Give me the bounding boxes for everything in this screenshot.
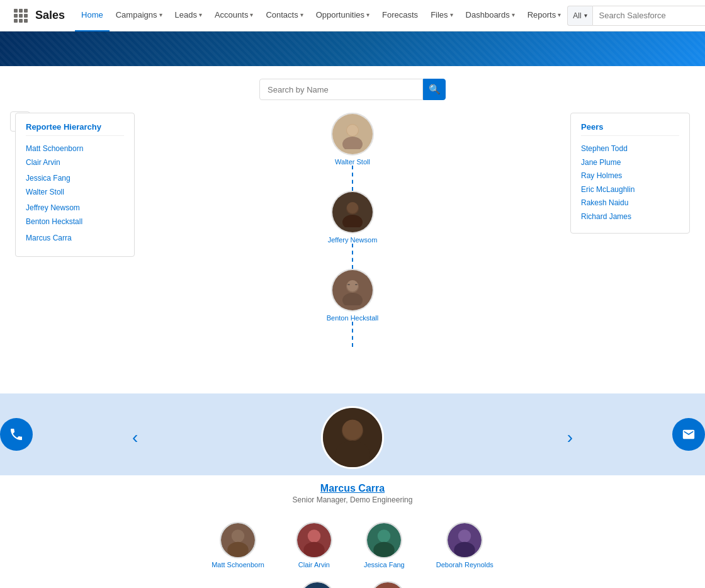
- jeffery-newsom-label: Jeffery Newsom: [328, 236, 378, 244]
- report-darius-shine[interactable]: Darius Shine: [298, 581, 337, 588]
- search-bar-row: 🔍: [0, 79, 705, 100]
- nav-search: All ▾: [567, 6, 705, 26]
- svg-point-9: [342, 215, 363, 227]
- email-icon: [682, 427, 696, 441]
- svg-point-25: [303, 542, 325, 558]
- peer-jane-plume[interactable]: Jane Plume: [581, 156, 679, 170]
- svg-point-28: [374, 542, 395, 558]
- rh-walter-stoll[interactable]: Walter Stoll: [26, 186, 124, 200]
- nav-contacts[interactable]: Contacts ▾: [259, 0, 309, 31]
- direct-reports-row1: Matt Schoenborn Clair Arvin Jessica Fang…: [0, 509, 705, 581]
- svg-point-37: [371, 582, 405, 588]
- connector-1: [352, 166, 353, 191]
- avatar-merlin-steier: [369, 581, 406, 588]
- main-avatar-marcus-carra[interactable]: [321, 406, 384, 469]
- svg-point-12: [342, 293, 363, 305]
- peer-ray-holmes[interactable]: Ray Holmes: [581, 169, 679, 183]
- rh-group-2: Jessica Fang Walter Stoll: [26, 172, 124, 199]
- reportee-hierarchy-title: Reportee Hierarchy: [26, 122, 124, 136]
- clair-arvin-label: Clair Arvin: [298, 561, 330, 568]
- selected-person-title: Senior Manager, Demo Engineering: [0, 495, 705, 504]
- chain-node-benton-heckstall: Benton Heckstall: [327, 269, 379, 322]
- accounts-chevron: ▾: [250, 11, 253, 18]
- peer-eric-mclaughlin[interactable]: Eric McLaughlin: [581, 183, 679, 197]
- selected-person-name[interactable]: Marcus Carra: [0, 483, 705, 494]
- dashboards-chevron: ▾: [512, 11, 515, 18]
- report-merlin-steier[interactable]: Merlin Steier: [369, 581, 408, 588]
- search-filter-select[interactable]: All ▾: [567, 6, 592, 26]
- peer-richard-james[interactable]: Richard James: [581, 210, 679, 224]
- rh-clair-arvin[interactable]: Clair Arvin: [26, 156, 124, 170]
- connector-2: [352, 244, 353, 269]
- svg-point-22: [227, 542, 249, 558]
- nav-campaigns[interactable]: Campaigns ▾: [110, 0, 169, 31]
- direct-reports-row2: Darius Shine Merlin Steier: [0, 581, 705, 588]
- peer-rakesh-naidu[interactable]: Rakesh Naidu: [581, 196, 679, 210]
- search-button[interactable]: 🔍: [423, 79, 446, 100]
- files-chevron: ▾: [450, 11, 453, 18]
- rh-matt-schoenborn[interactable]: Matt Schoenborn: [26, 142, 124, 156]
- next-person-button[interactable]: ›: [561, 421, 579, 454]
- nav-accounts[interactable]: Accounts ▾: [208, 0, 259, 31]
- report-matt-schoenborn[interactable]: Matt Schoenborn: [212, 522, 264, 568]
- opps-chevron: ▾: [366, 11, 369, 18]
- peer-stephen-todd[interactable]: Stephen Todd: [581, 142, 679, 156]
- report-clair-arvin[interactable]: Clair Arvin: [296, 522, 332, 568]
- svg-point-10: [347, 202, 358, 213]
- rh-jessica-fang[interactable]: Jessica Fang: [26, 172, 124, 186]
- nav-search-input[interactable]: [592, 6, 705, 26]
- rh-marcus-carra[interactable]: Marcus Carra: [26, 232, 124, 246]
- marcus-carra-avatar-image: [323, 406, 382, 469]
- svg-point-6: [342, 137, 363, 149]
- svg-point-31: [454, 542, 476, 558]
- phone-button[interactable]: [0, 418, 33, 451]
- search-bar-wrap: 🔍: [259, 79, 446, 100]
- nav-forecasts[interactable]: Forecasts: [376, 0, 424, 31]
- nav-reports[interactable]: Reports ▾: [521, 0, 568, 31]
- svg-point-7: [347, 125, 358, 136]
- nav-dashboards[interactable]: Dashboards ▾: [460, 0, 521, 31]
- nav-files[interactable]: Files ▾: [424, 0, 459, 31]
- blue-band: ‹ ›: [0, 393, 705, 475]
- peers-panel: Peers Stephen Todd Jane Plume Ray Holmes…: [570, 113, 690, 234]
- app-name: Sales: [35, 9, 65, 22]
- benton-heckstall-label: Benton Heckstall: [327, 314, 379, 322]
- top-nav: sf Sales Home Campaigns ▾ Leads ▾ Accoun…: [0, 0, 705, 31]
- avatar-jessica-fang: [366, 522, 402, 558]
- chain-node-jeffery-newsom: Jeffery Newsom: [328, 191, 378, 244]
- phone-icon: [9, 427, 24, 442]
- person-info: Marcus Carra Senior Manager, Demo Engine…: [0, 475, 705, 509]
- search-icon: 🔍: [429, 84, 441, 95]
- name-search-input[interactable]: [259, 79, 423, 100]
- peers-title: Peers: [581, 122, 679, 136]
- rh-benton-heckstall[interactable]: Benton Heckstall: [26, 215, 124, 229]
- svg-point-13: [347, 280, 358, 291]
- prev-person-button[interactable]: ‹: [126, 421, 144, 454]
- email-button[interactable]: [672, 418, 705, 451]
- header-band: [0, 31, 705, 66]
- avatar-matt-schoenborn: [220, 522, 256, 558]
- chain-node-walter-stoll: Walter Stoll: [331, 113, 374, 166]
- avatar-benton-heckstall[interactable]: [331, 269, 374, 312]
- nav-home[interactable]: Home: [75, 0, 110, 31]
- avatar-walter-stoll[interactable]: [331, 113, 374, 155]
- nav-leads[interactable]: Leads ▾: [169, 0, 208, 31]
- svg-rect-14: [347, 284, 350, 285]
- center-chain: Walter Stoll Jeffery Newsom: [135, 113, 570, 347]
- campaigns-chevron: ▾: [159, 11, 162, 18]
- main-content: ▼ 🔍 Reportee Hierarchy Matt Schoenborn C…: [0, 66, 705, 393]
- person-info-section: Marcus Carra Senior Manager, Demo Engine…: [0, 475, 705, 588]
- contacts-chevron: ▾: [300, 11, 303, 18]
- rh-jeffrey-newsom[interactable]: Jeffrey Newsom: [26, 201, 124, 215]
- matt-schoenborn-label: Matt Schoenborn: [212, 561, 264, 568]
- svg-rect-15: [355, 284, 358, 285]
- report-deborah-reynolds[interactable]: Deborah Reynolds: [436, 522, 494, 568]
- app-launcher-icon[interactable]: [14, 9, 28, 23]
- reports-chevron: ▾: [558, 11, 561, 18]
- leads-chevron: ▾: [199, 11, 202, 18]
- nav-opportunities[interactable]: Opportunities ▾: [310, 0, 376, 31]
- report-jessica-fang[interactable]: Jessica Fang: [364, 522, 405, 568]
- avatar-jeffery-newsom[interactable]: [331, 191, 374, 234]
- avatar-clair-arvin: [296, 522, 332, 558]
- connector-3: [352, 322, 353, 347]
